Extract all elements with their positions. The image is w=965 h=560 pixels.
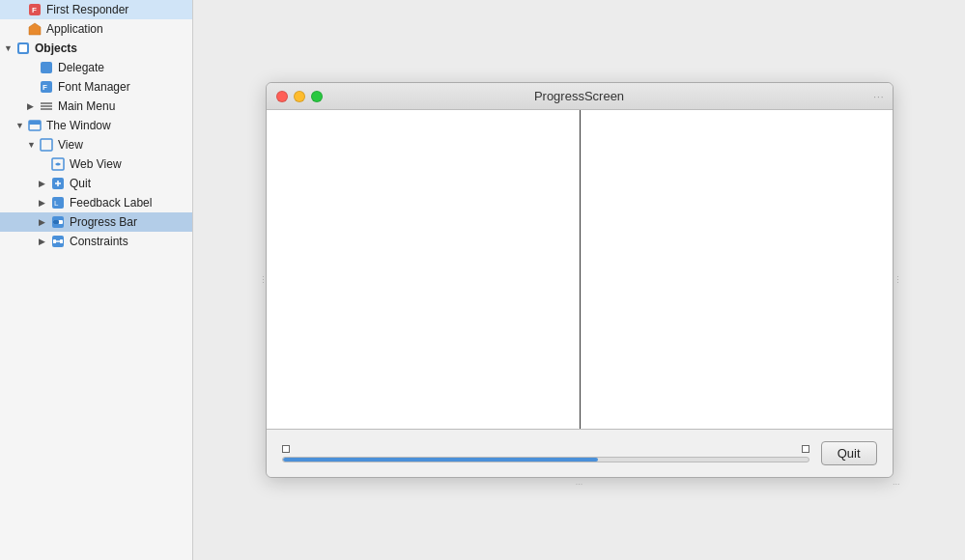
view-icon (39, 137, 54, 153)
resize-handle-bottom[interactable]: ··· (576, 479, 583, 489)
sidebar-item-constraints[interactable]: ▶ Constraints (0, 232, 192, 251)
window-bottombar: Quit (267, 429, 893, 477)
resize-handle-bottom-right[interactable]: ··· (893, 479, 900, 489)
traffic-lights (276, 91, 323, 102)
arrow-icon: ▶ (39, 217, 50, 227)
mac-window: ⋮ ⋮ ProgressScreen ··· (266, 82, 894, 478)
progress-handle-left[interactable] (282, 445, 290, 453)
arrow-icon: ▶ (27, 101, 39, 111)
sidebar-item-label: Font Manager (58, 80, 130, 94)
window-title: ProgressScreen (534, 89, 624, 103)
mac-titlebar: ProgressScreen ··· (267, 83, 893, 110)
sidebar-item-label: Application (46, 22, 103, 36)
sidebar-item-main-menu[interactable]: ▶ Main Menu (0, 97, 192, 116)
sidebar-item-label: View (58, 138, 83, 152)
arrow-icon: ▶ (39, 198, 50, 208)
progress-handle-right[interactable] (802, 445, 809, 453)
sidebar-item-view[interactable]: ▼ View (0, 135, 192, 154)
main-area: ⋮ ⋮ ProgressScreen ··· (193, 0, 965, 560)
sidebar-item-font-manager[interactable]: F Font Manager (0, 77, 192, 97)
sidebar-item-label: Main Menu (58, 99, 115, 113)
close-button[interactable] (276, 91, 288, 102)
arrow-icon: ▼ (27, 140, 39, 150)
arrow-icon: ▶ (39, 179, 50, 188)
quit-button[interactable]: Quit (821, 441, 877, 465)
main-menu-icon (39, 98, 54, 114)
progress-handle-row (282, 445, 809, 453)
sidebar: F First Responder Application ▼ Objects … (0, 0, 193, 560)
sidebar-item-objects[interactable]: ▼ Objects (0, 39, 192, 58)
sidebar-item-feedback-label[interactable]: ▶ L Feedback Label (0, 193, 192, 212)
sidebar-item-web-view[interactable]: Web View (0, 154, 192, 174)
window-icon (27, 118, 43, 133)
web-view-icon (50, 156, 66, 172)
sidebar-item-the-window[interactable]: ▼ The Window (0, 116, 192, 135)
vertical-divider (580, 110, 581, 429)
delegate-icon (39, 60, 54, 75)
svg-rect-12 (41, 139, 52, 151)
progress-bar-fill (283, 458, 598, 462)
window-content (267, 110, 893, 429)
svg-text:L: L (54, 199, 59, 208)
svg-rect-8 (41, 105, 52, 107)
sidebar-item-label: Web View (70, 157, 122, 171)
svg-rect-3 (19, 44, 27, 52)
quit-icon (50, 176, 66, 191)
sidebar-item-label: The Window (46, 119, 111, 132)
font-manager-icon: F (39, 79, 54, 95)
first-responder-icon: F (27, 2, 43, 17)
svg-rect-25 (60, 239, 63, 243)
objects-icon (15, 41, 31, 56)
svg-text:F: F (32, 6, 37, 14)
svg-text:F: F (43, 83, 47, 92)
sidebar-item-label: Constraints (70, 235, 128, 248)
feedback-label-icon: L (50, 195, 66, 210)
arrow-icon: ▼ (4, 43, 15, 53)
resize-handle-right[interactable]: ⋮ (894, 275, 902, 285)
sidebar-item-label: Feedback Label (70, 196, 152, 210)
application-icon (27, 21, 43, 37)
sidebar-item-label: First Responder (46, 3, 128, 16)
sidebar-item-label: Delegate (58, 61, 104, 74)
progress-bar-icon (50, 214, 66, 230)
progress-container (282, 445, 809, 462)
svg-rect-7 (41, 102, 52, 104)
sidebar-item-delegate[interactable]: Delegate (0, 58, 192, 77)
arrow-icon: ▼ (15, 121, 27, 130)
svg-rect-24 (53, 239, 56, 243)
arrow-icon: ▶ (39, 237, 50, 246)
svg-rect-4 (41, 62, 52, 73)
svg-rect-9 (41, 108, 52, 110)
sidebar-item-application[interactable]: Application (0, 19, 192, 39)
svg-rect-21 (53, 220, 59, 224)
sidebar-item-label: Quit (70, 177, 91, 190)
window-dots-top: ··· (873, 91, 884, 101)
progress-bar-track (282, 457, 809, 462)
sidebar-item-label: Progress Bar (70, 215, 137, 229)
minimize-button[interactable] (294, 91, 305, 102)
sidebar-item-first-responder[interactable]: F First Responder (0, 0, 192, 19)
sidebar-item-progress-bar[interactable]: ▶ Progress Bar (0, 212, 192, 232)
constraints-icon (50, 234, 66, 249)
sidebar-item-label: Objects (35, 42, 77, 55)
maximize-button[interactable] (311, 91, 323, 102)
sidebar-item-quit[interactable]: ▶ Quit (0, 174, 192, 193)
svg-rect-11 (29, 121, 41, 125)
